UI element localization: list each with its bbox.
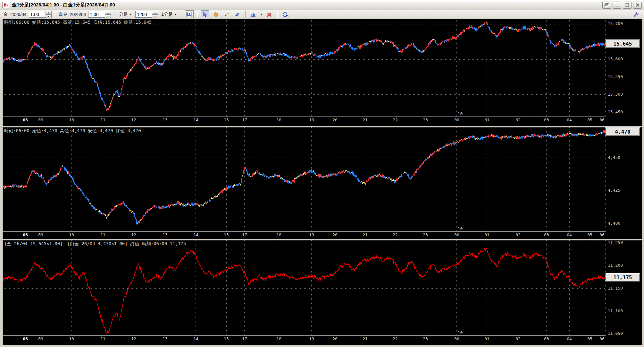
y-axis-label: 4,400 <box>608 221 620 226</box>
window-frame-right <box>642 19 644 347</box>
bar-type-dropdown[interactable]: 分足 ▼ <box>118 11 133 18</box>
platinum-time-axis: 0609101112131415171819202122230001020304… <box>3 232 606 238</box>
x-axis-label: 15 <box>224 232 229 237</box>
x-axis-label: 10 <box>69 117 74 122</box>
platinum-price-axis: 4,4504,4254,4004,470 <box>606 127 642 239</box>
gold-month-label: 2026/04 <box>10 12 27 17</box>
toolbar-separator <box>114 11 115 18</box>
x-axis-label: 06 <box>23 232 28 237</box>
spread-price-axis: 11,25011,20011,15011,10011,05011,175 <box>606 240 642 345</box>
spin-down-icon[interactable]: ▼ <box>105 14 111 18</box>
x-axis-label: 23 <box>423 232 428 237</box>
select-cursor-tool-button[interactable] <box>201 10 209 18</box>
spin-down-icon[interactable]: ▼ <box>46 14 52 18</box>
toolbar: 金 2026/04 1.00 ▲▼ 白金 2026/04 1.00 ▲▼ 分足 … <box>0 10 644 19</box>
settings-wrench-button[interactable] <box>632 10 640 18</box>
x-axis-label: 19 <box>309 336 314 341</box>
x-axis-label: 23 <box>423 117 428 122</box>
x-axis-label: 03 <box>544 232 549 237</box>
spin-up-icon[interactable]: ▲ <box>46 11 52 14</box>
gold-coefficient-value[interactable]: 1.00 <box>29 11 46 18</box>
indicator-chart-tool-button[interactable] <box>249 10 258 18</box>
spread-time-axis: 0609101112131415171819202122230001020304… <box>3 336 606 342</box>
gold-candlestick-chart[interactable]: 10 <box>3 19 606 117</box>
x-axis-label: 18 <box>276 117 281 122</box>
wrench-icon <box>633 12 639 17</box>
x-axis-label: 19 <box>309 117 314 122</box>
x-axis-label: 13 <box>163 232 168 237</box>
interval-label: 1分足 <box>161 12 173 17</box>
x-axis-label: 09 <box>38 336 43 341</box>
spin-up-icon[interactable]: ▲ <box>105 11 111 14</box>
window-controls <box>602 2 642 9</box>
x-axis-label: 02 <box>515 232 521 237</box>
x-axis-label: 05 <box>587 336 592 341</box>
draw-line-tool-button[interactable] <box>222 10 231 18</box>
x-axis-label: 14 <box>193 336 198 341</box>
y-axis-label: 4,425 <box>608 188 620 193</box>
interval-dropdown[interactable]: 1分足 ▼ <box>160 11 178 18</box>
y-axis-label: 11,100 <box>608 308 623 313</box>
toolbar-separator <box>277 11 278 18</box>
bar-type-label: 分足 <box>119 12 128 17</box>
gold-time-axis: 0609101112131415171819202122230001020304… <box>3 117 606 123</box>
chart-axis-tool-button[interactable] <box>185 10 194 18</box>
hand-icon <box>213 12 218 17</box>
spin-down-icon[interactable]: ▼ <box>152 14 158 18</box>
date-change-label: 10 <box>458 226 463 231</box>
toolbar-separator <box>181 11 182 18</box>
current-price-tag: 11,175 <box>606 273 640 282</box>
toolbar-separator <box>245 11 246 18</box>
current-price-tag: 4,470 <box>606 127 640 136</box>
minimize-button[interactable] <box>613 2 621 9</box>
reload-chart-button[interactable]: R <box>281 10 289 18</box>
x-axis-label: 10 <box>69 232 74 237</box>
eraser-tool-button[interactable] <box>233 10 242 18</box>
x-axis-label: 22 <box>393 117 398 122</box>
gold-chart-panel: 10 時刻:06:00 始値:15,645 高値:15,645 安値:15,64… <box>3 19 642 126</box>
spin-up-icon[interactable]: ▲ <box>152 11 158 14</box>
x-axis-label: 02 <box>515 336 521 341</box>
chart-axis-icon <box>186 12 192 17</box>
x-axis-label: 02 <box>515 117 521 122</box>
platinum-month-label: 2026/04 <box>70 12 86 17</box>
date-change-label: 10 <box>458 111 463 116</box>
x-axis-label: 13 <box>163 117 168 122</box>
spread-line-chart[interactable]: 10 <box>3 240 606 336</box>
x-axis-label: 22 <box>393 336 398 341</box>
close-button[interactable] <box>633 2 642 9</box>
x-axis-label: 03 <box>544 117 549 122</box>
gold-coefficient-spinner[interactable]: 1.00 ▲▼ <box>29 11 52 18</box>
x-axis-label: 14 <box>193 232 198 237</box>
chart-app-window: 金1分足[2026/04]1.00 - 白金1分足[2026/04]1.00 金… <box>0 0 644 347</box>
title-bar[interactable]: 金1分足[2026/04]1.00 - 白金1分足[2026/04]1.00 <box>0 0 644 10</box>
x-axis-label: 06 <box>23 117 28 122</box>
x-axis-label: 05 <box>587 117 592 122</box>
platinum-coefficient-value[interactable]: 1.00 <box>88 11 105 18</box>
x-axis-label: 00 <box>454 117 459 122</box>
current-price-tag: 15,645 <box>606 39 640 48</box>
pencil-icon <box>224 12 229 17</box>
x-axis-label: 04 <box>567 336 572 341</box>
float-panel-button[interactable] <box>602 2 611 9</box>
chevron-down-icon: ▼ <box>129 13 132 16</box>
maximize-button[interactable] <box>623 2 631 9</box>
y-axis-label: 11,250 <box>608 240 623 245</box>
panel-separator[interactable] <box>0 239 644 240</box>
x-axis-label: 17 <box>242 232 247 237</box>
x-axis-label: 11 <box>100 117 105 122</box>
x-axis-label: 21 <box>363 232 368 237</box>
panel-separator[interactable] <box>0 126 644 127</box>
pan-hand-tool-button[interactable] <box>212 10 220 18</box>
bar-count-value[interactable]: 1200 <box>135 11 152 18</box>
chevron-down-icon[interactable]: ▼ <box>260 13 263 16</box>
x-axis-label: 10 <box>69 336 74 341</box>
platinum-coefficient-spinner[interactable]: 1.00 ▲▼ <box>88 11 111 18</box>
toolbar-separator <box>197 11 197 18</box>
platinum-candlestick-chart[interactable]: 10 <box>3 127 606 232</box>
x-axis-label: 04 <box>567 117 572 122</box>
spread-chart-panel: 10 [金 26/04 15,645×1.00]－[白金 26/04 4,470… <box>3 240 642 345</box>
chevron-down-icon: ▼ <box>174 13 177 16</box>
remove-indicator-tool-button[interactable] <box>265 10 274 18</box>
bar-count-spinner[interactable]: 1200 ▲▼ <box>135 11 158 18</box>
